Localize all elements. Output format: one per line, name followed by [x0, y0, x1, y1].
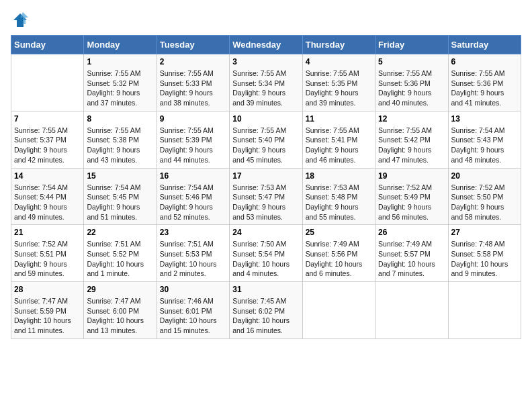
day-info: Sunrise: 7:55 AM Sunset: 5:34 PM Dayligh…: [232, 68, 299, 108]
day-info: Sunrise: 7:55 AM Sunset: 5:36 PM Dayligh…: [451, 68, 518, 108]
day-number: 13: [451, 114, 518, 124]
logo-icon: [11, 11, 30, 30]
day-number: 22: [87, 228, 153, 237]
day-info: Sunrise: 7:54 AM Sunset: 5:44 PM Dayligh…: [14, 183, 81, 222]
day-info: Sunrise: 7:55 AM Sunset: 5:39 PM Dayligh…: [160, 126, 226, 165]
day-number: 9: [160, 114, 226, 124]
day-number: 26: [378, 228, 445, 237]
header-cell-sunday: Sunday: [11, 36, 84, 54]
calendar-cell: [448, 282, 521, 339]
day-info: Sunrise: 7:55 AM Sunset: 5:41 PM Dayligh…: [306, 126, 372, 165]
day-number: 23: [160, 228, 226, 237]
week-row-1: 1Sunrise: 7:55 AM Sunset: 5:32 PM Daylig…: [11, 54, 521, 111]
day-number: 29: [87, 285, 153, 294]
calendar-cell: 24Sunrise: 7:50 AM Sunset: 5:54 PM Dayli…: [230, 225, 302, 282]
calendar-cell: 27Sunrise: 7:48 AM Sunset: 5:58 PM Dayli…: [448, 225, 521, 282]
calendar-cell: [302, 282, 375, 339]
header-cell-monday: Monday: [84, 36, 157, 54]
header-cell-friday: Friday: [375, 36, 448, 54]
day-info: Sunrise: 7:55 AM Sunset: 5:32 PM Dayligh…: [87, 68, 153, 108]
day-number: 19: [378, 171, 445, 181]
day-number: 10: [232, 114, 299, 124]
calendar-cell: 21Sunrise: 7:52 AM Sunset: 5:51 PM Dayli…: [11, 225, 84, 282]
day-info: Sunrise: 7:52 AM Sunset: 5:51 PM Dayligh…: [14, 239, 81, 279]
calendar-cell: 10Sunrise: 7:55 AM Sunset: 5:40 PM Dayli…: [230, 111, 302, 168]
day-number: 20: [451, 171, 518, 181]
calendar-cell: [11, 54, 84, 111]
day-info: Sunrise: 7:52 AM Sunset: 5:49 PM Dayligh…: [378, 183, 445, 222]
header-cell-thursday: Thursday: [302, 36, 375, 54]
day-info: Sunrise: 7:52 AM Sunset: 5:50 PM Dayligh…: [451, 183, 518, 222]
header-cell-tuesday: Tuesday: [157, 36, 229, 54]
day-number: 27: [451, 228, 518, 237]
day-info: Sunrise: 7:49 AM Sunset: 5:57 PM Dayligh…: [378, 239, 445, 279]
day-info: Sunrise: 7:55 AM Sunset: 5:40 PM Dayligh…: [232, 126, 299, 165]
day-number: 12: [378, 114, 445, 124]
week-row-2: 7Sunrise: 7:55 AM Sunset: 5:37 PM Daylig…: [11, 111, 521, 168]
day-number: 15: [87, 171, 153, 181]
calendar-cell: 16Sunrise: 7:54 AM Sunset: 5:46 PM Dayli…: [157, 168, 229, 225]
day-info: Sunrise: 7:47 AM Sunset: 5:59 PM Dayligh…: [14, 296, 81, 336]
day-info: Sunrise: 7:55 AM Sunset: 5:35 PM Dayligh…: [306, 68, 372, 108]
day-number: 4: [306, 57, 372, 66]
calendar-cell: 9Sunrise: 7:55 AM Sunset: 5:39 PM Daylig…: [157, 111, 229, 168]
calendar-cell: 18Sunrise: 7:53 AM Sunset: 5:48 PM Dayli…: [302, 168, 375, 225]
day-number: 7: [14, 114, 81, 124]
calendar-cell: 17Sunrise: 7:53 AM Sunset: 5:47 PM Dayli…: [230, 168, 302, 225]
calendar-cell: 25Sunrise: 7:49 AM Sunset: 5:56 PM Dayli…: [302, 225, 375, 282]
calendar-cell: 22Sunrise: 7:51 AM Sunset: 5:52 PM Dayli…: [84, 225, 157, 282]
day-info: Sunrise: 7:54 AM Sunset: 5:45 PM Dayligh…: [87, 183, 153, 222]
day-number: 24: [232, 228, 299, 237]
day-info: Sunrise: 7:55 AM Sunset: 5:36 PM Dayligh…: [378, 68, 445, 108]
day-info: Sunrise: 7:48 AM Sunset: 5:58 PM Dayligh…: [451, 239, 518, 279]
calendar-cell: 31Sunrise: 7:45 AM Sunset: 6:02 PM Dayli…: [230, 282, 302, 339]
calendar-cell: 28Sunrise: 7:47 AM Sunset: 5:59 PM Dayli…: [11, 282, 84, 339]
calendar-cell: 2Sunrise: 7:55 AM Sunset: 5:33 PM Daylig…: [157, 54, 229, 111]
calendar-cell: 29Sunrise: 7:47 AM Sunset: 6:00 PM Dayli…: [84, 282, 157, 339]
logo: [11, 11, 32, 30]
day-number: 14: [14, 171, 81, 181]
day-number: 25: [306, 228, 372, 237]
calendar-cell: 8Sunrise: 7:55 AM Sunset: 5:38 PM Daylig…: [84, 111, 157, 168]
day-info: Sunrise: 7:54 AM Sunset: 5:43 PM Dayligh…: [451, 126, 518, 165]
calendar-table: SundayMondayTuesdayWednesdayThursdayFrid…: [11, 35, 521, 339]
day-info: Sunrise: 7:54 AM Sunset: 5:46 PM Dayligh…: [160, 183, 226, 222]
day-info: Sunrise: 7:53 AM Sunset: 5:48 PM Dayligh…: [306, 183, 372, 222]
day-number: 17: [232, 171, 299, 181]
calendar-cell: 14Sunrise: 7:54 AM Sunset: 5:44 PM Dayli…: [11, 168, 84, 225]
day-number: 30: [160, 285, 226, 294]
day-info: Sunrise: 7:55 AM Sunset: 5:38 PM Dayligh…: [87, 126, 153, 165]
day-number: 11: [306, 114, 372, 124]
day-info: Sunrise: 7:45 AM Sunset: 6:02 PM Dayligh…: [232, 296, 299, 336]
day-info: Sunrise: 7:50 AM Sunset: 5:54 PM Dayligh…: [232, 239, 299, 279]
calendar-cell: 20Sunrise: 7:52 AM Sunset: 5:50 PM Dayli…: [448, 168, 521, 225]
week-row-3: 14Sunrise: 7:54 AM Sunset: 5:44 PM Dayli…: [11, 168, 521, 225]
calendar-cell: 6Sunrise: 7:55 AM Sunset: 5:36 PM Daylig…: [448, 54, 521, 111]
day-number: 2: [160, 57, 226, 66]
header-cell-saturday: Saturday: [448, 36, 521, 54]
header-cell-wednesday: Wednesday: [230, 36, 302, 54]
week-row-4: 21Sunrise: 7:52 AM Sunset: 5:51 PM Dayli…: [11, 225, 521, 282]
calendar-cell: 4Sunrise: 7:55 AM Sunset: 5:35 PM Daylig…: [302, 54, 375, 111]
day-info: Sunrise: 7:55 AM Sunset: 5:42 PM Dayligh…: [378, 126, 445, 165]
day-info: Sunrise: 7:55 AM Sunset: 5:37 PM Dayligh…: [14, 126, 81, 165]
day-info: Sunrise: 7:47 AM Sunset: 6:00 PM Dayligh…: [87, 296, 153, 336]
day-info: Sunrise: 7:49 AM Sunset: 5:56 PM Dayligh…: [306, 239, 372, 279]
calendar-cell: 7Sunrise: 7:55 AM Sunset: 5:37 PM Daylig…: [11, 111, 84, 168]
day-number: 18: [306, 171, 372, 181]
calendar-cell: 11Sunrise: 7:55 AM Sunset: 5:41 PM Dayli…: [302, 111, 375, 168]
day-number: 3: [232, 57, 299, 66]
calendar-cell: 1Sunrise: 7:55 AM Sunset: 5:32 PM Daylig…: [84, 54, 157, 111]
calendar-cell: 15Sunrise: 7:54 AM Sunset: 5:45 PM Dayli…: [84, 168, 157, 225]
calendar-cell: 23Sunrise: 7:51 AM Sunset: 5:53 PM Dayli…: [157, 225, 229, 282]
day-number: 21: [14, 228, 81, 237]
day-number: 31: [232, 285, 299, 294]
day-info: Sunrise: 7:46 AM Sunset: 6:01 PM Dayligh…: [160, 296, 226, 336]
calendar-cell: 19Sunrise: 7:52 AM Sunset: 5:49 PM Dayli…: [375, 168, 448, 225]
calendar-cell: 30Sunrise: 7:46 AM Sunset: 6:01 PM Dayli…: [157, 282, 229, 339]
day-number: 28: [14, 285, 81, 294]
day-number: 8: [87, 114, 153, 124]
day-number: 6: [451, 57, 518, 66]
day-info: Sunrise: 7:53 AM Sunset: 5:47 PM Dayligh…: [232, 183, 299, 222]
page-header: [11, 11, 521, 30]
